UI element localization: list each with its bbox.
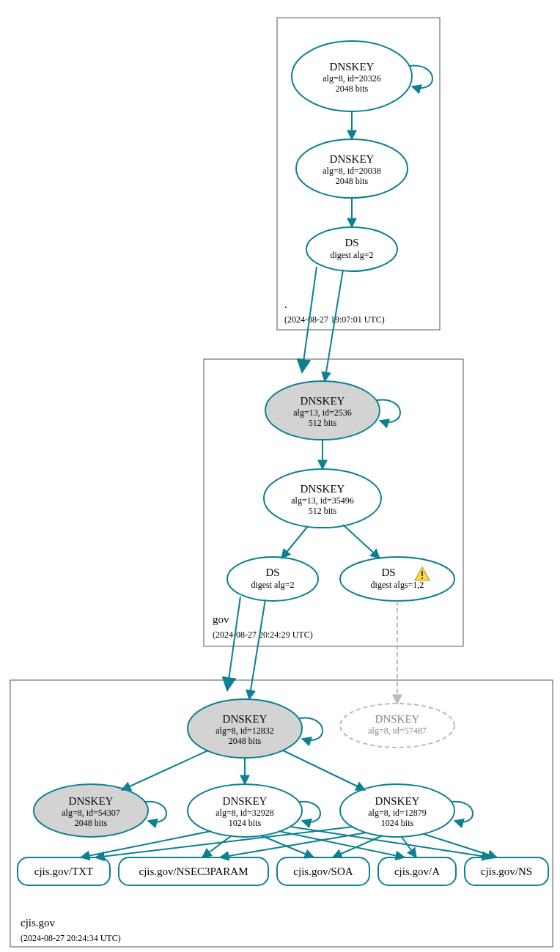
rrset-ns: cjis.gov/NS — [465, 857, 548, 885]
svg-text:DNSKEY: DNSKEY — [375, 713, 420, 725]
svg-text:2048 bits: 2048 bits — [75, 818, 108, 828]
svg-text:digest alg=2: digest alg=2 — [251, 580, 294, 590]
node-cjis-54307: DNSKEY alg=8, id=54307 2048 bits — [34, 784, 148, 837]
svg-text:DNSKEY: DNSKEY — [330, 153, 375, 165]
svg-text:DNSKEY: DNSKEY — [301, 483, 345, 495]
zone-cjis-timestamp: (2024-08-27 20:24:34 UTC) — [21, 933, 121, 943]
svg-text:512 bits: 512 bits — [309, 418, 337, 428]
edge-gov-zsk-to-ds2 — [343, 525, 380, 558]
svg-text:DNSKEY: DNSKEY — [223, 713, 268, 725]
edge-12879-a — [402, 837, 416, 857]
edge-zone-gov-to-cjis — [227, 597, 240, 690]
svg-text:alg=8, id=20326: alg=8, id=20326 — [323, 73, 381, 84]
svg-text:512 bits: 512 bits — [309, 506, 337, 516]
svg-text:2048 bits: 2048 bits — [336, 176, 369, 186]
svg-text:DNSKEY: DNSKEY — [330, 61, 375, 73]
svg-text:DS: DS — [265, 567, 279, 578]
edge-gov-ds1-to-cjis-ksk — [249, 599, 265, 699]
node-gov-zsk: DNSKEY alg=13, id=35496 512 bits — [264, 469, 381, 528]
rrset-nsec3param: cjis.gov/NSEC3PARAM — [119, 857, 268, 885]
node-gov-ksk: DNSKEY alg=13, id=2536 512 bits — [265, 381, 380, 440]
edge-12879-ns — [424, 834, 497, 857]
edge-root-ds-to-gov-ksk — [325, 270, 343, 381]
svg-text:DNSKEY: DNSKEY — [223, 795, 268, 807]
svg-text:DNSKEY: DNSKEY — [375, 795, 420, 807]
svg-point-20 — [227, 557, 318, 601]
svg-text:DS: DS — [345, 237, 358, 248]
svg-text:cjis.gov/TXT: cjis.gov/TXT — [34, 866, 93, 877]
svg-text:1024 bits: 1024 bits — [381, 818, 414, 828]
node-gov-ds2: DS digest algs=1,2 — [340, 557, 454, 601]
svg-point-9 — [306, 227, 397, 271]
node-gov-ds1: DS digest alg=2 — [227, 557, 318, 601]
svg-text:digest algs=1,2: digest algs=1,2 — [371, 580, 424, 590]
svg-text:digest alg=2: digest alg=2 — [330, 250, 373, 260]
svg-text:alg=13, id=2536: alg=13, id=2536 — [293, 407, 352, 418]
svg-text:alg=8, id=32928: alg=8, id=32928 — [215, 808, 274, 818]
rrset-txt: cjis.gov/TXT — [18, 857, 110, 885]
svg-rect-26 — [421, 571, 423, 576]
zone-root-label: . — [284, 298, 287, 310]
svg-text:2048 bits: 2048 bits — [336, 84, 369, 94]
svg-text:DNSKEY: DNSKEY — [301, 395, 345, 407]
svg-text:alg=13, id=35496: alg=13, id=35496 — [291, 495, 354, 506]
edge-12879-soa — [333, 835, 383, 857]
svg-text:alg=8, id=12879: alg=8, id=12879 — [368, 808, 427, 818]
dnssec-chain-diagram: . (2024-08-27 19:07:01 UTC) DNSKEY alg=8… — [0, 0, 560, 952]
svg-text:DS: DS — [381, 567, 395, 578]
svg-text:1024 bits: 1024 bits — [229, 818, 262, 828]
node-root-ksk: DNSKEY alg=8, id=20326 2048 bits — [292, 41, 412, 111]
zone-gov-timestamp: (2024-08-27 20:24:29 UTC) — [213, 630, 313, 640]
svg-rect-27 — [421, 578, 423, 579]
node-root-ds: DS digest alg=2 — [306, 227, 397, 271]
rrset-a: cjis.gov/A — [378, 857, 456, 885]
svg-text:alg=8, id=57487: alg=8, id=57487 — [368, 726, 427, 736]
zone-cjis-label: cjis.gov — [21, 917, 56, 929]
edge-gov-zsk-to-ds1 — [281, 526, 308, 558]
svg-text:DNSKEY: DNSKEY — [69, 795, 114, 807]
node-root-zsk: DNSKEY alg=8, id=20038 2048 bits — [296, 139, 408, 198]
node-cjis-ksk: DNSKEY alg=8, id=12832 2048 bits — [188, 699, 302, 758]
svg-text:2048 bits: 2048 bits — [229, 736, 262, 746]
node-cjis-12879: DNSKEY alg=8, id=12879 1024 bits — [340, 784, 454, 837]
node-cjis-32928: DNSKEY alg=8, id=32928 1024 bits — [188, 784, 302, 837]
edge-32928-n3p — [202, 835, 232, 857]
node-cjis-ghost: DNSKEY alg=8, id=57487 — [340, 704, 454, 748]
rrset-soa: cjis.gov/SOA — [277, 857, 369, 885]
svg-text:cjis.gov/NSEC3PARAM: cjis.gov/NSEC3PARAM — [139, 866, 248, 877]
edge-ksk-to-12879 — [283, 750, 365, 790]
svg-text:alg=8, id=54307: alg=8, id=54307 — [62, 808, 120, 818]
svg-text:alg=8, id=12832: alg=8, id=12832 — [215, 726, 274, 736]
svg-point-23 — [340, 557, 454, 601]
svg-text:alg=8, id=20038: alg=8, id=20038 — [323, 166, 381, 176]
svg-text:cjis.gov/NS: cjis.gov/NS — [481, 866, 532, 877]
svg-text:cjis.gov/A: cjis.gov/A — [394, 866, 440, 877]
zone-gov-label: gov — [213, 613, 229, 625]
edge-ksk-to-54307 — [122, 750, 208, 790]
svg-text:cjis.gov/SOA: cjis.gov/SOA — [293, 866, 353, 877]
